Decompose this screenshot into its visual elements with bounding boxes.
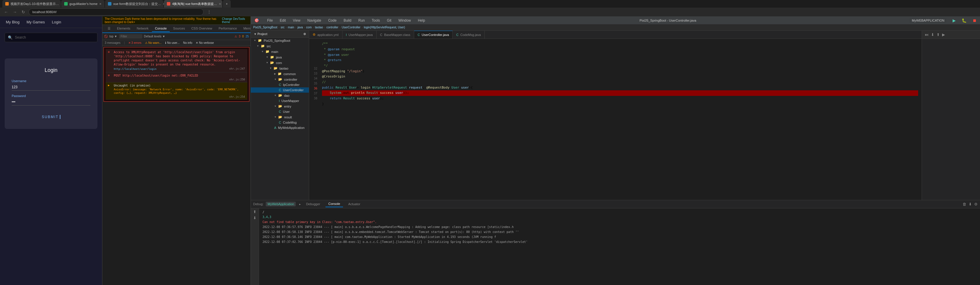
tab-3[interactable]: vue form数据提交到后台：提交… ✕ [105, 0, 163, 8]
menu-file[interactable]: File [266, 18, 274, 23]
code-line-38: } [322, 101, 918, 107]
menu-edit[interactable]: Edit [278, 18, 287, 23]
tab-1[interactable]: 视频开发Day1-10-组件数据显示… ✕ [2, 0, 60, 8]
java-icon-usercontroller: C [279, 88, 281, 92]
devtools-tab-network[interactable]: Network [134, 26, 151, 32]
tab-close-4[interactable]: ✕ [219, 2, 221, 6]
menu-navigate[interactable]: Navigate [306, 18, 322, 23]
console-clear-icon[interactable]: 🗑 [963, 202, 966, 207]
menu-run[interactable]: Run [357, 18, 366, 23]
clear-console-button[interactable]: 🚫 [104, 35, 108, 38]
nav-login[interactable]: Login [52, 20, 61, 24]
console-filter-input[interactable] [119, 34, 142, 38]
debug-step-out[interactable]: ⬆ [936, 32, 940, 37]
project-label: ▼ Project [254, 32, 267, 36]
uncaught-location: xhr.js:254 [229, 95, 245, 98]
debug-step-over[interactable]: ⏭ [924, 32, 929, 37]
console-settings-icon[interactable]: ⚙ [974, 202, 978, 207]
ln-33: 33 [310, 71, 317, 76]
tree-usermapper[interactable]: I UserMapper [251, 98, 309, 104]
tree-common[interactable]: ▶ 📁 common [251, 71, 309, 77]
username-input[interactable] [12, 84, 91, 91]
devtools-tab-sources[interactable]: Sources [170, 26, 188, 32]
tree-taotao[interactable]: ▼ 📂 taotao [251, 66, 309, 71]
menu-window[interactable]: Window [397, 18, 412, 23]
console-scroll-icon[interactable]: ⬇ [969, 202, 972, 207]
tree-result[interactable]: ▼ 📂 result [251, 114, 309, 120]
menu-view[interactable]: View [292, 18, 302, 23]
tree-usercontroller[interactable]: C UserController [251, 87, 309, 93]
change-theme-link[interactable]: Change DevTools theme [222, 17, 248, 24]
ln-38: 38 [310, 96, 317, 101]
project-settings-icon[interactable]: ⚙ [303, 32, 306, 36]
debug-resume[interactable]: ▶ [942, 32, 946, 37]
menu-help[interactable]: Help [417, 18, 426, 23]
cors-link[interactable]: http://localhost/user/login [114, 67, 229, 71]
submit-button[interactable]: SUBMIT [40, 114, 62, 120]
tree-src[interactable]: ▼ 📁 src [251, 43, 309, 49]
devtools-tab-memory[interactable]: Memory [240, 26, 251, 32]
codemsg-icon: C [456, 33, 458, 37]
stop-button[interactable]: ⏹ [972, 18, 977, 23]
devtools-tab-perf[interactable]: Performance [216, 26, 240, 32]
editor-tab-usermapper[interactable]: I UserMapper.java [342, 31, 377, 38]
run-config-expand[interactable]: ▸ [299, 203, 301, 206]
menu-code[interactable]: Code [327, 18, 338, 23]
nav-forward-button[interactable]: → [12, 9, 18, 15]
password-input[interactable] [12, 99, 91, 106]
tree-label-controller: controller [284, 78, 297, 81]
devtools-tab-welcome[interactable]: ☰ [105, 26, 113, 32]
devtools-tab-elements[interactable]: Elements [114, 26, 133, 32]
tree-com[interactable]: ▼ 📂 com [251, 60, 309, 66]
editor-tab-usercontroller[interactable]: C UserController.java [414, 31, 453, 38]
tree-user[interactable]: C User [251, 109, 309, 114]
bottom-tab-debugger[interactable]: Debugger [303, 201, 323, 207]
run-config-label[interactable]: MyWEBAPPLICATION [909, 18, 947, 23]
address-bar[interactable]: localhost:8080/#/ [29, 8, 204, 16]
tree-label-user: User [283, 110, 290, 114]
devtools-tab-console[interactable]: Console [152, 26, 169, 32]
code-line-5: */ [322, 63, 918, 69]
tree-main[interactable]: ▼ 📁 main [251, 49, 309, 54]
tree-root[interactable]: ▼ 📁 PixlJS_SpringBoot [251, 38, 309, 43]
debug-button-top[interactable]: 🐛 [962, 18, 967, 23]
tab-4[interactable]: 4换淘淘| vue form表单数据提… ✕ [164, 0, 222, 8]
tree-controller[interactable]: ▼ 📂 controller [251, 77, 309, 82]
editor-tab-codemsg[interactable]: C CodeMsg.java [453, 31, 484, 38]
tree-java[interactable]: ▼ 📁 java [251, 54, 309, 60]
side-down-button[interactable]: ⬇ [253, 216, 256, 220]
tree-entry[interactable]: ▼ 📂 entry [251, 104, 309, 109]
devtools-panel: The Chromium Dark theme has been depreca… [102, 16, 251, 285]
ide-panel: 🎯 File Edit View Navigate Code Build Run… [251, 16, 980, 285]
bottom-tab-actuator[interactable]: Actuator [345, 201, 363, 207]
nav-myblog[interactable]: My Blog [6, 20, 19, 24]
nav-refresh-button[interactable]: ↻ [21, 9, 26, 15]
debug-step-into[interactable]: ⬇ [931, 32, 935, 37]
tab-bar: 视频开发Day1-10-组件数据显示… ✕ guguMaster's home … [0, 0, 980, 8]
run-config-bottom[interactable]: MyWebApplication [266, 202, 296, 207]
bottom-tab-console[interactable]: Console [326, 201, 343, 207]
tab-2[interactable]: guguMaster's home ✕ [61, 0, 104, 8]
code-content[interactable]: /** * @param request * @param user * @re… [318, 39, 922, 200]
menu-build[interactable]: Build [342, 18, 353, 23]
nav-mygames[interactable]: My Games [27, 20, 45, 24]
side-up-button[interactable]: ⬆ [253, 210, 256, 214]
browser-menu-button[interactable]: ⋮ [206, 9, 212, 15]
devtools-tab-css[interactable]: CSS Overview [188, 26, 215, 32]
editor-tab-basemapper[interactable]: C BaseMapper.class [377, 31, 414, 38]
tree-dao[interactable]: ▼ 📂 dao [251, 93, 309, 98]
editor-tab-yml[interactable]: ⚙ application.yml [309, 31, 342, 38]
run-button[interactable]: ▶ [953, 18, 956, 23]
search-bar[interactable]: 🔍 Search [5, 33, 97, 42]
axios-error-text: AxiosError: {message: 'Network Error', n… [114, 88, 245, 95]
default-levels-dropdown[interactable]: Default levels ▼ [144, 35, 165, 38]
tree-mywebapp[interactable]: A MyWebApplication [251, 125, 309, 130]
tree-ipcontroller[interactable]: C IpController [251, 82, 309, 87]
menu-tools[interactable]: Tools [371, 18, 381, 23]
menu-git[interactable]: Git [386, 18, 393, 23]
tree-codemsg[interactable]: C CodeMsg [251, 120, 309, 125]
filter-top-dropdown[interactable]: top ▼ [110, 35, 117, 38]
tab-new[interactable]: + [223, 0, 231, 8]
tab-close-2[interactable]: ✕ [99, 2, 102, 6]
nav-back-button[interactable]: ← [3, 9, 10, 15]
